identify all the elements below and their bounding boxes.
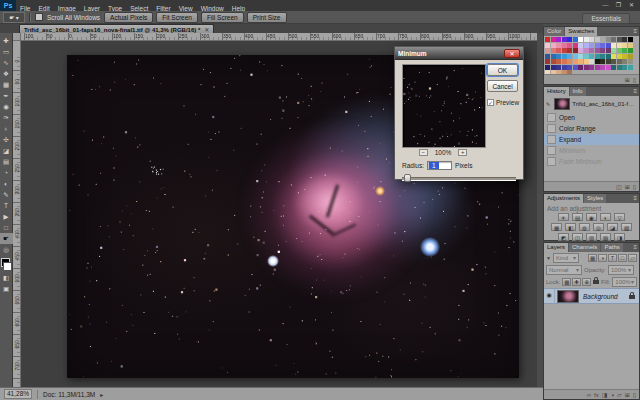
zoom-level-field[interactable]: 41,28% <box>4 389 32 399</box>
color-swatch[interactable] <box>545 43 550 48</box>
tab-layers[interactable]: Layers <box>544 243 568 252</box>
blend-mode-dropdown[interactable]: Normal▾ <box>546 265 582 275</box>
swatches-footer-icon[interactable]: ⊞ <box>625 76 630 84</box>
adjustment-icon[interactable]: ☀ <box>558 213 569 221</box>
filter-preview-thumbnail[interactable] <box>402 64 486 148</box>
adjustment-icon[interactable]: ◍ <box>579 223 590 231</box>
color-swatch[interactable] <box>622 43 627 48</box>
tab-history[interactable]: History <box>544 87 569 96</box>
color-swatch[interactable] <box>551 37 556 42</box>
color-swatch[interactable] <box>567 54 572 59</box>
tab-color[interactable]: Color <box>544 27 564 36</box>
path-selection-tool-icon[interactable]: ▶ <box>0 211 13 222</box>
scroll-all-windows-checkbox[interactable] <box>35 13 43 21</box>
adjustment-icon[interactable]: ▨ <box>621 223 632 231</box>
history-snapshot[interactable]: ✎ Trifid_asc_16bit_01-faps16... <box>544 96 639 112</box>
color-swatch[interactable] <box>589 37 594 42</box>
layers-footer-icon[interactable]: ◑ <box>610 391 614 399</box>
adjustments-menu-icon[interactable]: ≡ <box>633 194 639 203</box>
adjustment-icon[interactable]: ▦ <box>551 223 562 231</box>
color-swatch[interactable] <box>589 54 594 59</box>
color-swatch[interactable] <box>573 43 578 48</box>
eyedropper-tool-icon[interactable]: ✒ <box>0 90 13 101</box>
color-swatch[interactable] <box>622 37 627 42</box>
hand-tool-icon[interactable]: ☛ <box>0 233 13 244</box>
color-swatch[interactable] <box>617 43 622 48</box>
color-swatch[interactable] <box>578 65 583 70</box>
color-swatch[interactable] <box>622 48 627 53</box>
type-tool-icon[interactable]: T <box>0 200 13 211</box>
color-swatch[interactable] <box>556 43 561 48</box>
layer-visibility-eye-icon[interactable]: ◉ <box>544 289 555 303</box>
screen-mode-button-icon[interactable]: ▣ <box>0 283 13 294</box>
tab-paths[interactable]: Paths <box>601 243 622 252</box>
color-swatch[interactable] <box>617 54 622 59</box>
color-swatch[interactable] <box>628 59 633 64</box>
hand-tool-preset[interactable]: ☛ ▾ <box>3 12 25 23</box>
quick-mask-button-icon[interactable]: ◧ <box>0 272 13 283</box>
history-item-fade-minimum[interactable]: Fade Minimum <box>544 156 639 167</box>
color-swatch[interactable] <box>562 43 567 48</box>
color-swatch[interactable] <box>611 54 616 59</box>
history-brush-source-icon[interactable]: ✎ <box>546 101 552 107</box>
color-swatch[interactable] <box>617 37 622 42</box>
color-swatch[interactable] <box>622 59 627 64</box>
color-swatch[interactable] <box>595 54 600 59</box>
blur-tool-icon[interactable]: ◔ <box>0 167 13 178</box>
color-swatch[interactable] <box>606 65 611 70</box>
layer-filter-icon[interactable]: ◑ <box>598 254 607 262</box>
color-swatch[interactable] <box>567 43 572 48</box>
history-brush-tool-icon[interactable]: ✣ <box>0 134 13 145</box>
minimize-button[interactable]: — <box>599 0 612 11</box>
color-swatch[interactable] <box>584 65 589 70</box>
color-swatch[interactable] <box>584 43 589 48</box>
slider-thumb[interactable] <box>404 174 411 182</box>
color-swatch[interactable] <box>611 48 616 53</box>
layers-footer-icon[interactable]: ▱ <box>617 391 622 399</box>
layers-footer-icon[interactable]: ▯ <box>633 391 636 399</box>
layer-filter-kind-dropdown[interactable]: Kind▾ <box>553 253 579 263</box>
color-swatch[interactable] <box>562 59 567 64</box>
lasso-tool-icon[interactable]: ∿ <box>0 57 13 68</box>
preview-checkbox[interactable]: ✓ <box>487 99 494 106</box>
color-swatch[interactable] <box>584 48 589 53</box>
color-swatch[interactable] <box>595 37 600 42</box>
color-swatch[interactable] <box>584 54 589 59</box>
color-swatch[interactable] <box>556 37 561 42</box>
color-swatch[interactable] <box>628 54 633 59</box>
history-item-expand[interactable]: Expand <box>544 134 639 145</box>
color-swatch[interactable] <box>617 48 622 53</box>
tab-channels[interactable]: Channels <box>569 243 600 252</box>
color-swatch[interactable] <box>567 48 572 53</box>
color-swatch[interactable] <box>578 37 583 42</box>
shape-tool-icon[interactable]: □ <box>0 222 13 233</box>
tab-info[interactable]: Info <box>570 87 586 96</box>
color-swatch[interactable] <box>628 43 633 48</box>
swatches-footer-icon[interactable]: ▯ <box>633 76 636 84</box>
color-swatch[interactable] <box>567 59 572 64</box>
color-swatch[interactable] <box>578 59 583 64</box>
adjustment-icon[interactable]: ◉ <box>586 213 597 221</box>
color-swatch[interactable] <box>600 37 605 42</box>
adjustment-icon[interactable]: ◫ <box>572 233 583 241</box>
color-swatch[interactable] <box>567 65 572 70</box>
foreground-background-swatches[interactable] <box>1 258 12 271</box>
history-item-color-range[interactable]: Color Range <box>544 123 639 134</box>
status-menu-arrow-icon[interactable]: ▸ <box>100 391 103 398</box>
color-swatch[interactable] <box>600 65 605 70</box>
adjustment-icon[interactable]: ▥ <box>586 233 597 241</box>
color-swatch[interactable] <box>545 48 550 53</box>
eraser-tool-icon[interactable]: ◪ <box>0 145 13 156</box>
color-swatch[interactable] <box>545 65 550 70</box>
color-swatch[interactable] <box>628 37 633 42</box>
history-footer-icon[interactable]: ◫ <box>616 183 622 191</box>
adjustment-icon[interactable]: ▽ <box>614 213 625 221</box>
color-swatch[interactable] <box>584 37 589 42</box>
color-swatch[interactable] <box>600 59 605 64</box>
close-button[interactable]: ✕ <box>625 0 638 11</box>
history-menu-icon[interactable]: ≡ <box>633 87 639 96</box>
layer-thumbnail[interactable] <box>557 290 579 303</box>
layer-filter-icon[interactable]: ▱ <box>628 254 637 262</box>
color-swatch[interactable] <box>622 54 627 59</box>
fill-dropdown[interactable]: 100%▾ <box>612 277 637 287</box>
